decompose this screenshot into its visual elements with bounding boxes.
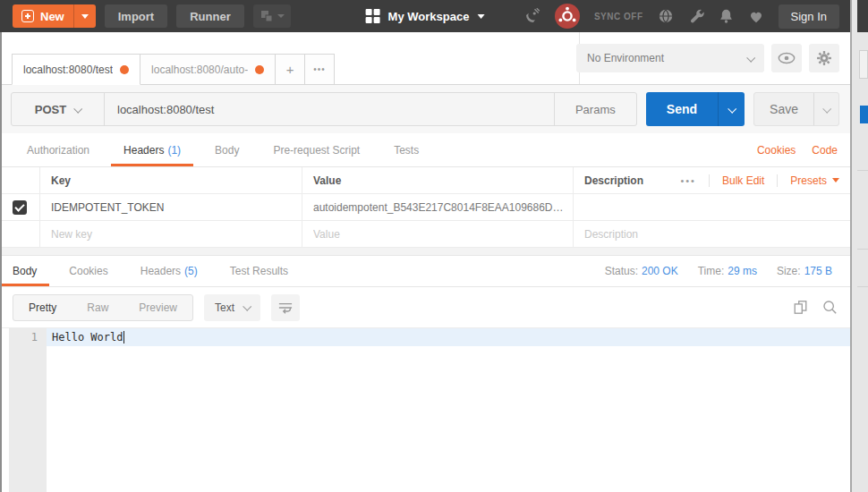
background-window-send-fragment	[860, 106, 868, 123]
plus-icon	[21, 10, 34, 22]
new-description-input[interactable]	[584, 228, 839, 241]
runner-button[interactable]: Runner	[176, 4, 244, 28]
more-options-icon[interactable]: •••	[680, 175, 696, 186]
workspace-switcher[interactable]: My Workspace	[366, 9, 485, 23]
header-value-cell[interactable]: autoidempotent_B543E217C8014F8EAA109686D…	[302, 194, 573, 220]
response-section-tabs: Body Cookies Headers (5) Test Results St…	[0, 256, 850, 287]
size-stat: Size: 175 B	[777, 265, 832, 277]
background-window-fragment	[859, 50, 868, 79]
save-button[interactable]: Save	[753, 92, 839, 126]
raw-button[interactable]: Raw	[72, 295, 123, 320]
notifications-bell-icon[interactable]	[719, 8, 734, 24]
search-icon[interactable]	[822, 300, 838, 315]
send-options-button[interactable]	[718, 92, 745, 126]
sign-in-button[interactable]: Sign In	[779, 4, 839, 29]
header-key-cell[interactable]: IDEMPOTENT_TOKEN	[39, 194, 302, 220]
background-window-line	[857, 286, 868, 287]
tab-body[interactable]: Body	[215, 133, 239, 166]
header-row-idempotent-token: IDEMPOTENT_TOKEN autoidempotent_B543E217…	[0, 194, 850, 221]
sync-off-label: SYNC OFF	[594, 12, 643, 21]
new-dropdown-button[interactable]	[73, 4, 96, 28]
time-stat: Time: 29 ms	[698, 265, 757, 277]
tab-localhost-test[interactable]: localhost:8080/test	[12, 54, 140, 85]
settings-wrench-icon[interactable]	[688, 8, 704, 24]
window-plus-icon	[260, 9, 274, 23]
headers-table: Key Value Description ••• Bulk Edit Pres…	[0, 167, 850, 248]
url-input[interactable]	[105, 93, 554, 125]
response-body-editor: 1 Hello World	[0, 327, 850, 492]
row-enabled-checkbox[interactable]	[13, 200, 27, 215]
response-tab-test-results[interactable]: Test Results	[230, 256, 288, 286]
format-select[interactable]: Text	[204, 294, 260, 321]
new-value-input[interactable]	[313, 228, 562, 241]
caret-down-icon	[832, 178, 839, 182]
eye-icon	[778, 52, 796, 64]
header-description-cell[interactable]	[573, 194, 850, 220]
chevron-down-icon	[822, 104, 831, 113]
interceptor-globe-icon[interactable]	[658, 8, 674, 24]
open-new-tab-button[interactable]: +	[275, 54, 305, 85]
favorites-heart-icon[interactable]	[748, 9, 764, 24]
tab-prerequest-script[interactable]: Pre-request Script	[273, 133, 360, 166]
topbar-left-group: New Import Runner	[13, 4, 291, 28]
chevron-down-icon	[73, 104, 82, 113]
sync-rings-icon	[557, 6, 577, 26]
new-button[interactable]: New	[13, 4, 96, 28]
response-tool-icons	[793, 300, 838, 315]
unsaved-dot-icon	[255, 65, 264, 74]
presets-dropdown[interactable]: Presets	[790, 174, 839, 187]
method-select[interactable]: POST	[12, 93, 105, 125]
send-button[interactable]: Send	[646, 92, 745, 126]
editor-content[interactable]: Hello World	[47, 328, 850, 492]
capture-requests-icon[interactable]	[523, 7, 540, 25]
new-window-button[interactable]	[253, 4, 291, 28]
active-code-line[interactable]: Hello World	[47, 328, 850, 346]
import-button[interactable]: Import	[105, 4, 167, 28]
chevron-down-icon	[728, 104, 736, 113]
params-button[interactable]: Params	[554, 93, 636, 125]
request-right-links: Cookies Code	[757, 144, 838, 157]
workspace-label: My Workspace	[388, 10, 470, 23]
environment-select[interactable]: No Environment	[576, 44, 764, 72]
postman-app: New Import Runner My Workspace	[0, 0, 868, 492]
environment-settings-button[interactable]	[809, 44, 839, 72]
wrap-text-button[interactable]	[271, 294, 300, 321]
caret-down-icon	[277, 14, 285, 18]
tab-localhost-auto[interactable]: localhost:8080/auto-i	[140, 54, 276, 85]
view-mode-group: Pretty Raw Preview	[13, 294, 193, 321]
tab-tests[interactable]: Tests	[394, 133, 419, 166]
new-header-row	[0, 221, 850, 248]
response-tab-body[interactable]: Body	[13, 256, 37, 286]
request-builder-row: POST Params Send Save	[0, 85, 850, 133]
column-description: Description ••• Bulk Edit Presets	[573, 167, 850, 193]
chevron-down-icon	[746, 53, 755, 62]
response-tab-headers[interactable]: Headers (5)	[140, 256, 198, 286]
save-options-button[interactable]	[813, 93, 838, 125]
background-window-sliver	[850, 0, 868, 492]
request-response-splitter[interactable]	[0, 248, 850, 256]
cookies-link[interactable]: Cookies	[757, 144, 796, 157]
time-value: 29 ms	[728, 265, 757, 277]
column-value: Value	[302, 167, 573, 193]
editor-gutter: 1	[9, 328, 47, 492]
copy-icon[interactable]	[793, 300, 808, 315]
pretty-button[interactable]: Pretty	[13, 295, 72, 320]
caret-down-icon	[81, 14, 89, 19]
tab-headers[interactable]: Headers (1)	[123, 133, 181, 166]
new-key-input[interactable]	[51, 228, 291, 241]
chevron-down-icon	[243, 302, 251, 311]
size-value: 175 B	[804, 265, 832, 277]
sync-status-icon[interactable]	[555, 4, 580, 29]
tab-authorization[interactable]: Authorization	[27, 133, 89, 166]
tab-bar-row: localhost:8080/test localhost:8080/auto-…	[0, 32, 850, 85]
response-tab-cookies[interactable]: Cookies	[69, 256, 107, 286]
code-link[interactable]: Code	[812, 144, 838, 157]
window-left-edge	[0, 32, 2, 492]
tab-options-button[interactable]: •••	[304, 54, 335, 85]
status-stat: Status: 200 OK	[605, 265, 678, 277]
environment-quick-look-button[interactable]	[771, 44, 802, 72]
bulk-edit-link[interactable]: Bulk Edit	[722, 174, 764, 187]
preview-button[interactable]: Preview	[123, 295, 192, 320]
background-window-line	[857, 249, 868, 250]
unsaved-dot-icon	[120, 65, 129, 74]
